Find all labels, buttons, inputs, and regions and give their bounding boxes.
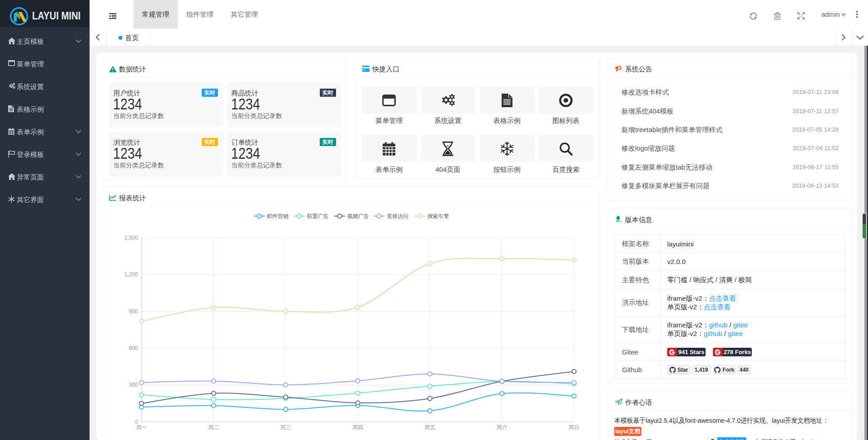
svg-text:直接访问: 直接访问 <box>387 213 408 219</box>
svg-text:视频广告: 视频广告 <box>347 213 369 219</box>
svg-text:周二: 周二 <box>208 424 219 431</box>
svg-text:600: 600 <box>129 345 138 351</box>
svg-text:联盟广告: 联盟广告 <box>306 213 328 219</box>
svg-text:周六: 周六 <box>497 424 508 431</box>
svg-text:周五: 周五 <box>424 424 435 431</box>
svg-text:周三: 周三 <box>280 424 291 431</box>
svg-text:1,200: 1,200 <box>124 271 138 278</box>
svg-text:周一: 周一 <box>136 424 147 431</box>
svg-text:周四: 周四 <box>352 424 363 431</box>
svg-text:900: 900 <box>129 308 138 315</box>
svg-text:搜索引擎: 搜索引擎 <box>427 213 449 219</box>
svg-text:周日: 周日 <box>569 424 579 431</box>
svg-text:300: 300 <box>129 382 138 388</box>
svg-text:邮件营销: 邮件营销 <box>267 213 289 219</box>
svg-text:1,500: 1,500 <box>124 235 138 241</box>
